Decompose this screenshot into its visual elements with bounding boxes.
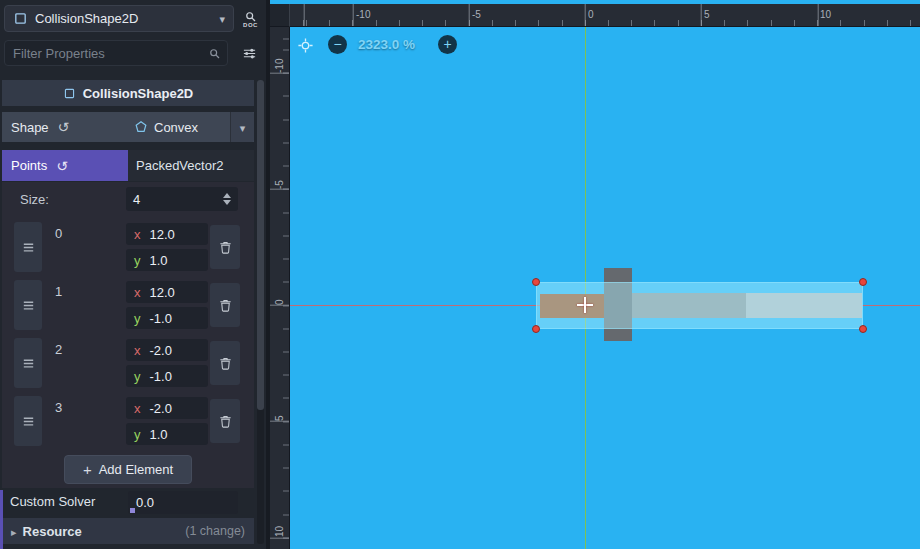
shape-resource-picker[interactable]: Convex [128,112,230,142]
ruler-label: 5 [704,9,710,20]
selection-accent-strip [0,490,3,549]
x-axis-label: x [134,343,141,358]
shape-point-handle[interactable] [859,278,867,286]
ruler-horizontal[interactable]: -10 -5 0 5 10 [290,4,920,27]
chevron-down-icon [219,11,225,26]
revert-icon[interactable] [58,120,70,134]
ruler-label: 0 [274,299,285,305]
spinner-updown-icon[interactable] [223,193,231,205]
ruler-label: 0 [588,9,594,20]
ruler-corner [270,4,290,27]
drag-handle[interactable] [14,280,42,330]
shape-point-handle[interactable] [859,325,867,333]
ruler-vertical[interactable]: -10 -5 0 5 10 [270,27,290,549]
array-size-value: 4 [133,192,140,207]
x-value-field[interactable]: x 12.0 [126,281,208,303]
element-index: 0 [55,223,62,245]
search-icon [208,47,221,60]
search-docs-button[interactable]: DOC [237,4,264,33]
add-element-button[interactable]: + Add Element [64,455,192,484]
drag-handle[interactable] [14,396,42,446]
slider-grabber[interactable] [130,508,135,513]
trash-icon [218,356,233,371]
crosshair-icon [297,37,314,54]
collision-shape-node-icon [13,11,28,26]
size-label: Size: [20,192,49,207]
zoom-out-button[interactable]: − [328,35,347,54]
category-header: CollisionShape2D [2,80,254,106]
x-axis-label: x [134,227,141,242]
delete-element-button[interactable] [210,341,240,385]
shape-dropdown-button[interactable] [230,112,254,142]
zoom-percentage[interactable]: 2323.0 % [358,37,415,52]
ruler-label: 10 [820,9,831,20]
drag-handle[interactable] [14,338,42,388]
resource-section-header[interactable]: Resource (1 change) [2,518,254,544]
y-value: -1.0 [150,311,172,326]
doc-label: DOC [243,22,258,28]
x-value-field[interactable]: x 12.0 [126,223,208,245]
drag-handle-icon [21,298,36,313]
filter-options-button[interactable] [234,40,264,66]
filter-properties-input[interactable] [5,41,208,65]
collision-shape-category-icon [63,87,76,100]
x-value: -2.0 [150,343,172,358]
property-row-shape: Shape Convex [2,112,254,142]
x-axis-label: x [134,401,141,416]
y-value-field[interactable]: y -1.0 [126,307,208,329]
inspector-panel: CollisionShape2D DOC [0,0,266,549]
y-value-field[interactable]: y 1.0 [126,249,208,271]
plus-icon: + [83,461,92,478]
resource-change-badge: (1 change) [185,524,245,538]
zoom-in-button[interactable]: + [438,35,457,54]
custom-solver-field[interactable]: 0.0 [128,491,238,514]
element-index: 3 [55,397,62,419]
x-axis-label: x [134,285,141,300]
custom-solver-label: Custom Solver [10,494,95,509]
points-type-value[interactable]: PackedVector2 [128,150,254,181]
shape-point-handle[interactable] [532,325,540,333]
array-size-field[interactable]: 4 [126,187,238,211]
ruler-label: 10 [274,526,285,537]
x-value-field[interactable]: x -2.0 [126,339,208,361]
collapsed-arrow-icon [11,522,17,540]
delete-element-button[interactable] [210,225,240,269]
delete-element-button[interactable] [210,283,240,327]
points-array-editor: Size: 4 0 x 12.0 y 1.0 [2,182,254,488]
shape-point-handle[interactable] [532,278,540,286]
drag-handle[interactable] [14,222,42,272]
y-axis-label: y [134,427,141,442]
godot-editor: CollisionShape2D DOC [0,0,920,549]
y-axis-label: y [134,369,141,384]
node-selector-dropdown[interactable]: CollisionShape2D [4,5,234,32]
shape-value: Convex [154,120,198,135]
revert-icon[interactable] [56,159,68,173]
shape-property-label: Shape [11,120,49,135]
trash-icon [218,298,233,313]
tune-icon [242,46,257,61]
delete-element-button[interactable] [210,399,240,443]
y-value: -1.0 [150,369,172,384]
custom-solver-value: 0.0 [136,495,154,510]
center-view-button[interactable] [296,36,314,54]
element-index: 2 [55,339,62,361]
array-element-row: 2 x -2.0 y -1.0 [2,334,254,392]
y-value: 1.0 [150,427,168,442]
ruler-label: -5 [274,180,285,189]
array-element-row: 0 x 12.0 y 1.0 [2,218,254,276]
viewport-2d-canvas[interactable]: -10 -5 0 5 10 -10 -5 0 5 10 [270,0,920,549]
filter-properties-field [4,40,228,66]
array-element-row: 3 x -2.0 y 1.0 [2,392,254,450]
position-cross-icon [584,297,586,313]
array-element-row: 1 x 12.0 y -1.0 [2,276,254,334]
inspector-scrollbar-thumb[interactable] [257,80,264,410]
y-value-field[interactable]: y -1.0 [126,365,208,387]
points-property-label: Points [11,158,47,173]
y-axis-label: y [134,253,141,268]
y-value-field[interactable]: y 1.0 [126,423,208,445]
ruler-label: 5 [274,415,285,421]
x-value-field[interactable]: x -2.0 [126,397,208,419]
x-value: 12.0 [150,227,175,242]
x-value: -2.0 [150,401,172,416]
ruler-label: -10 [356,9,370,20]
